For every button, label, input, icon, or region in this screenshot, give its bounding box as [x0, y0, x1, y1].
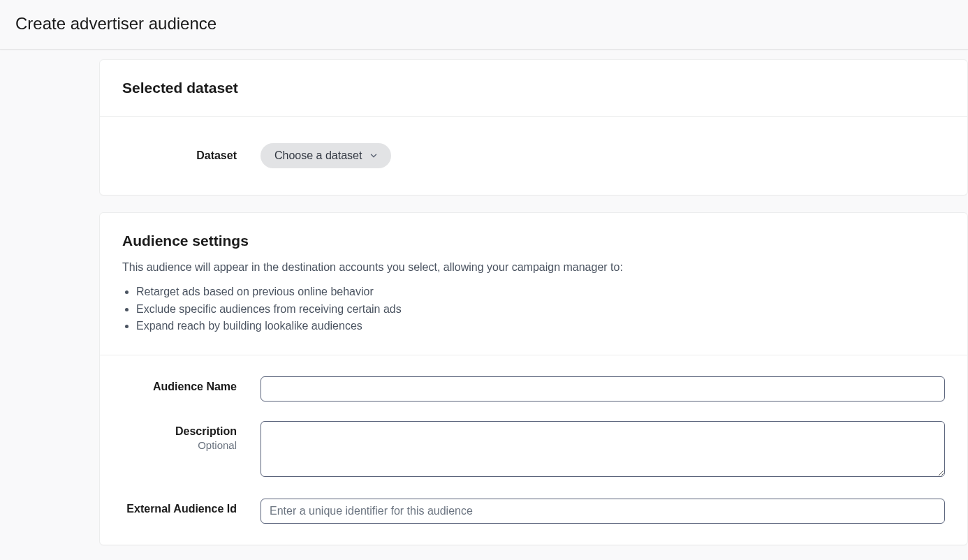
page-header: Create advertiser audience — [0, 0, 968, 50]
audience-name-control-col — [261, 376, 945, 401]
audience-name-input[interactable] — [261, 376, 945, 401]
description-row: Description Optional — [122, 421, 945, 479]
audience-settings-title: Audience settings — [122, 233, 946, 249]
external-id-label-col: External Audience Id — [122, 499, 261, 515]
audience-settings-body: Audience Name Description Optional Exter… — [100, 355, 967, 545]
external-id-control-col — [261, 499, 945, 524]
list-item: Exclude specific audiences from receivin… — [136, 301, 946, 318]
external-id-input[interactable] — [261, 499, 945, 524]
page-title: Create advertiser audience — [15, 14, 953, 34]
external-id-row: External Audience Id — [122, 499, 945, 524]
selected-dataset-body: Dataset Choose a dataset — [100, 117, 967, 195]
dataset-label: Dataset — [122, 149, 237, 162]
description-control-col — [261, 421, 945, 479]
audience-settings-head: Audience settings This audience will app… — [100, 213, 967, 355]
audience-settings-card: Audience settings This audience will app… — [99, 212, 968, 545]
dataset-select[interactable]: Choose a dataset — [261, 143, 391, 168]
description-label: Description — [122, 425, 237, 438]
selected-dataset-title: Selected dataset — [122, 80, 946, 96]
audience-name-label: Audience Name — [122, 381, 237, 393]
dataset-select-text: Choose a dataset — [274, 149, 362, 162]
dataset-label-col: Dataset — [122, 149, 261, 162]
audience-name-label-col: Audience Name — [122, 376, 261, 393]
audience-name-row: Audience Name — [122, 376, 945, 401]
audience-settings-intro: This audience will appear in the destina… — [122, 259, 946, 277]
description-label-col: Description Optional — [122, 421, 261, 451]
external-id-label: External Audience Id — [122, 503, 237, 515]
list-item: Expand reach by building lookalike audie… — [136, 318, 946, 335]
selected-dataset-head: Selected dataset — [100, 60, 967, 117]
description-input[interactable] — [261, 421, 945, 477]
audience-settings-bullets: Retarget ads based on previous online be… — [136, 283, 946, 335]
chevron-down-icon — [369, 151, 379, 161]
page-content: Selected dataset Dataset Choose a datase… — [0, 50, 968, 560]
selected-dataset-card: Selected dataset Dataset Choose a datase… — [99, 59, 968, 196]
description-optional-label: Optional — [122, 439, 237, 451]
dataset-row: Dataset Choose a dataset — [122, 138, 945, 174]
list-item: Retarget ads based on previous online be… — [136, 283, 946, 301]
dataset-control-col: Choose a dataset — [261, 143, 945, 168]
